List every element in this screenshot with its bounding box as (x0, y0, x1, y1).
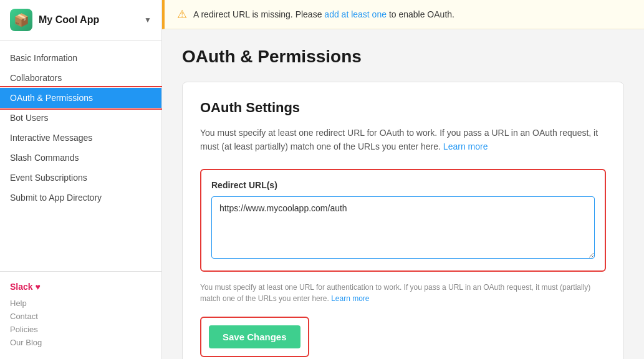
page-title: OAuth & Permissions (182, 47, 624, 67)
footer-link-contact[interactable]: Contact (10, 310, 151, 323)
oauth-settings-card: OAuth Settings You must specify at least… (182, 82, 624, 359)
sidebar-item-event-subscriptions[interactable]: Event Subscriptions (0, 168, 161, 188)
dropdown-arrow-icon: ▼ (144, 16, 151, 24)
learn-more-link-2[interactable]: Learn more (331, 294, 369, 303)
sidebar-nav: Basic Information Collaborators OAuth & … (0, 41, 161, 271)
warning-icon: ⚠ (177, 7, 187, 21)
sidebar-item-collaborators[interactable]: Collaborators (0, 68, 161, 88)
sidebar-item-oauth-permissions[interactable]: OAuth & Permissions (0, 88, 161, 108)
footer-link-help[interactable]: Help (10, 297, 151, 310)
learn-more-link-1[interactable]: Learn more (443, 141, 488, 151)
card-description-text: You must specify at least one redirect U… (200, 128, 598, 151)
alert-banner: ⚠ A redirect URL is missing. Please add … (162, 0, 644, 29)
redirect-url-textarea[interactable] (211, 196, 595, 259)
app-name: My Cool App (39, 14, 144, 26)
redirect-url-form-section: Redirect URL(s) (200, 169, 606, 272)
redirect-url-label: Redirect URL(s) (211, 180, 595, 190)
alert-text-after: to enable OAuth. (389, 9, 454, 19)
app-icon: 📦 (10, 9, 32, 31)
sidebar: 📦 My Cool App ▼ Basic Information Collab… (0, 0, 162, 359)
alert-text-before: A redirect URL is missing. Please (193, 9, 322, 19)
sidebar-item-bot-users[interactable]: Bot Users (0, 108, 161, 128)
page-content: OAuth & Permissions OAuth Settings You m… (162, 29, 644, 359)
helper-text: You must specify at least one URL for au… (200, 282, 606, 304)
sidebar-item-submit-app-directory[interactable]: Submit to App Directory (0, 188, 161, 208)
card-description: You must specify at least one redirect U… (200, 126, 606, 154)
save-changes-button[interactable]: Save Changes (209, 325, 300, 348)
alert-link[interactable]: add at least one (324, 9, 387, 19)
sidebar-item-basic-information[interactable]: Basic Information (0, 48, 161, 68)
alert-text: A redirect URL is missing. Please add at… (193, 9, 454, 19)
sidebar-item-interactive-messages[interactable]: Interactive Messages (0, 128, 161, 148)
sidebar-footer: Slack ♥ Help Contact Policies Our Blog (0, 271, 161, 359)
sidebar-item-slash-commands[interactable]: Slash Commands (0, 148, 161, 168)
main-content: ⚠ A redirect URL is missing. Please add … (162, 0, 644, 359)
save-section: Save Changes (200, 317, 309, 357)
card-title: OAuth Settings (200, 100, 606, 116)
app-header[interactable]: 📦 My Cool App ▼ (0, 0, 161, 41)
footer-link-policies[interactable]: Policies (10, 323, 151, 336)
slack-brand: Slack ♥ (10, 282, 151, 292)
helper-text-content: You must specify at least one URL for au… (200, 283, 590, 303)
footer-link-blog[interactable]: Our Blog (10, 336, 151, 349)
